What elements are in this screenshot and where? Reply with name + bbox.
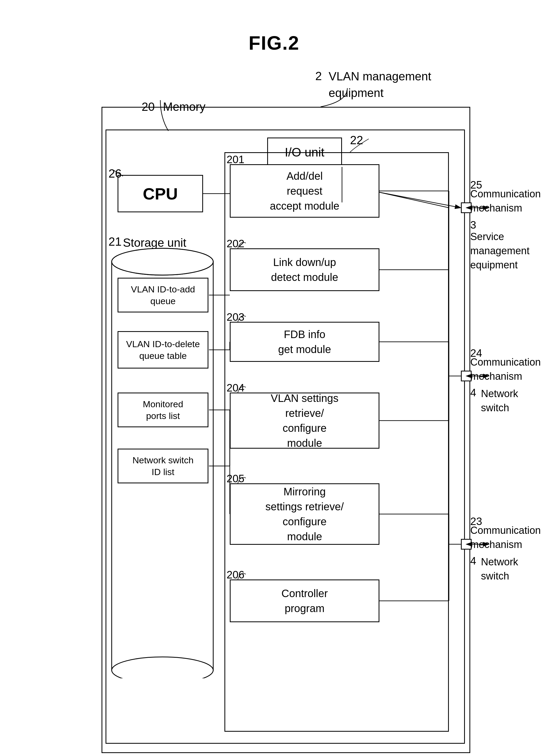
network-switch-2-label: Network switch — [481, 555, 521, 583]
module-206-box: Controllerprogram — [230, 579, 380, 622]
vlan-mgmt-number: 2 — [315, 69, 322, 83]
network-switch-1-number: 4 — [470, 387, 476, 399]
vlan-delete-queue-box: VLAN ID-to-deletequeue table — [117, 331, 208, 369]
module-205-box: Mirroringsettings retrieve/configuremodu… — [230, 483, 380, 545]
network-switch-id-list-box: Network switchID list — [117, 449, 208, 483]
diagram-container: FIG.2 2 VLAN managementequipment 20 Memo… — [27, 53, 521, 735]
module-204-box: VLAN settingsretrieve/configuremodule — [230, 393, 380, 449]
comm-23-square — [461, 539, 472, 550]
module-206-number: 206 — [226, 569, 244, 581]
io-unit-number: 22 — [350, 134, 363, 147]
module-204-number: 204 — [226, 382, 244, 394]
page-title: FIG.2 — [27, 11, 521, 54]
module-205-number: 205 — [226, 473, 244, 485]
monitored-ports-list-box: Monitoredports list — [117, 393, 208, 427]
comm-24-square — [461, 371, 472, 381]
comm-24-label: Communicationmechanism — [470, 355, 541, 383]
vlan-add-queue-box: VLAN ID-to-addqueue — [117, 278, 208, 312]
module-202-box: Link down/updetect module — [230, 248, 380, 291]
module-201-number: 201 — [226, 154, 244, 166]
svg-point-3 — [112, 248, 213, 275]
cpu-box: CPU — [117, 175, 203, 212]
vlan-mgmt-label: VLAN managementequipment — [329, 68, 431, 101]
comm-25-label: Communicationmechanism — [470, 187, 541, 215]
module-203-number: 203 — [226, 311, 244, 323]
comm-23-label: Communicationmechanism — [470, 523, 541, 552]
service-mgmt-label: Servicemanagementequipment — [470, 230, 530, 272]
comm-25-square — [461, 202, 472, 213]
cpu-label: CPU — [143, 184, 178, 203]
service-mgmt-number: 3 — [470, 219, 476, 231]
module-203-box: FDB infoget module — [230, 322, 380, 362]
network-switch-1-label: Network switch — [481, 387, 521, 415]
network-switch-2-number: 4 — [470, 555, 476, 567]
module-202-number: 202 — [226, 238, 244, 250]
module-201-box: Add/delrequestaccept module — [230, 164, 380, 218]
